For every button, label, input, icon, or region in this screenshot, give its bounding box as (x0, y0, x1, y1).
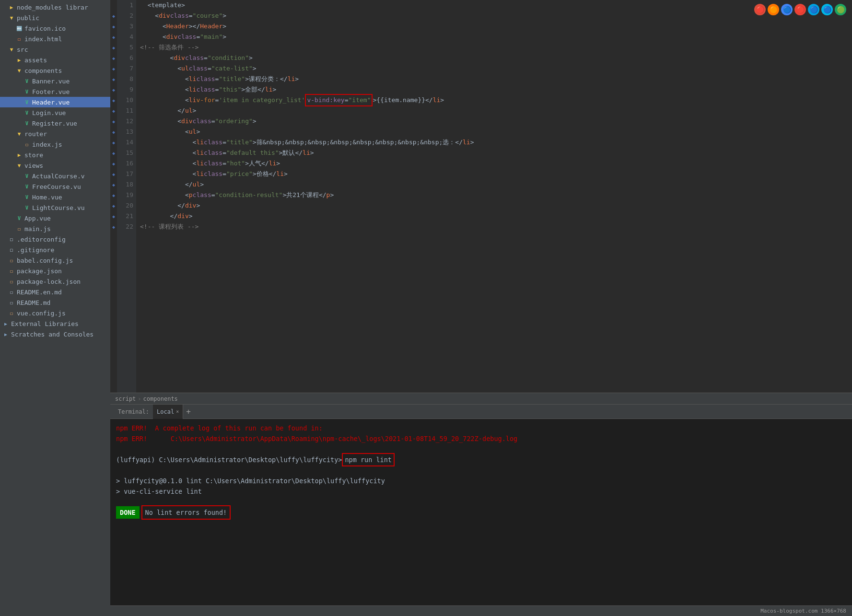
folder-open-icon: ▼ (8, 46, 15, 53)
sidebar-item-label: .editorconfig (17, 236, 66, 243)
code-editor: 🔴 🟠 🔵 🔴 🔵 🔵 🟢 ◆ ◆ ◆ ◆ ◆ ◆ ◆ ◆ ◆ ◆ ◆ (110, 0, 852, 404)
html-file-icon: ◻ (15, 35, 23, 43)
opera-icon[interactable]: 🔴 (794, 4, 806, 15)
vue-file-icon: V (23, 204, 31, 211)
terminal-line-3 (116, 444, 846, 454)
sidebar-item-scratches[interactable]: ▶ Scratches and Consoles (0, 329, 110, 339)
file-icon: 🔤 (15, 24, 23, 32)
safari-icon[interactable]: 🔵 (821, 4, 833, 15)
terminal-tab-local[interactable]: Local × (153, 405, 183, 419)
sidebar-item-label: Banner.vue (32, 78, 70, 85)
sidebar-item-gitignore[interactable]: ◻ .gitignore (0, 244, 110, 255)
code-line-5: <!-- 筛选条件 --> (140, 42, 852, 53)
gutter-marker-3: ◆ (110, 21, 117, 32)
sidebar-item-register-vue[interactable]: V Register.vue (0, 118, 110, 128)
sidebar-item-label: .gitignore (17, 246, 54, 254)
code-line-20: </div> (140, 200, 852, 211)
vue-file-icon: V (23, 109, 31, 116)
gutter-marker-2: ◆ (110, 11, 117, 21)
terminal-tabs: Terminal: Local × + (110, 405, 852, 419)
sidebar-item-label: assets (24, 57, 47, 64)
sidebar-item-readme-md[interactable]: ◻ README.md (0, 297, 110, 308)
terminal-add-tab[interactable]: + (183, 407, 194, 416)
sidebar-item-label: LightCourse.vu (32, 204, 85, 211)
sidebar-item-components[interactable]: ▼ components (0, 65, 110, 76)
code-line-18: </ul> (140, 179, 852, 190)
sidebar-item-router[interactable]: ▼ router (0, 128, 110, 139)
sidebar-item-banner-vue[interactable]: V Banner.vue (0, 76, 110, 86)
sidebar-item-label: Register.vue (32, 120, 77, 127)
sidebar-item-main-js[interactable]: ◻ main.js (0, 223, 110, 234)
chrome-icon[interactable]: 🔴 (754, 4, 766, 15)
sidebar-item-header-vue[interactable]: V Header.vue (0, 97, 110, 107)
sidebar-item-babel[interactable]: ◻ babel.config.js (0, 255, 110, 266)
terminal-line-done: DONE No lint errors found! (116, 507, 846, 518)
breadcrumb-item-script: script (115, 395, 136, 402)
terminal-line-5 (116, 465, 846, 476)
sidebar-item-vue-config[interactable]: ◻ vue.config.js (0, 308, 110, 318)
terminal-tab-local-label: Local (157, 408, 174, 415)
sidebar-item-src[interactable]: ▼ src (0, 44, 110, 55)
sidebar-item-label: External Libraries (11, 320, 79, 327)
terminal-tab-close[interactable]: × (176, 409, 179, 414)
sidebar-item-views[interactable]: ▼ views (0, 160, 110, 171)
sidebar-item-node-modules[interactable]: ▶ node_modules librar (0, 2, 110, 12)
gutter-marker-16: ◆ (110, 158, 117, 169)
code-line-4: <div class="main"> (140, 32, 852, 42)
term-error-text-2: npm ERR! C:\Users\Administrator\AppData\… (116, 433, 517, 444)
json-file-icon: ◻ (8, 278, 15, 285)
sidebar-item-label: public (17, 14, 39, 22)
edge-icon[interactable]: 🔵 (808, 4, 819, 15)
browser-icons-bar: 🔴 🟠 🔵 🔴 🔵 🔵 🟢 (754, 4, 846, 15)
sidebar-item-label: babel.config.js (17, 257, 73, 264)
terminal-prompt: (luffyapi) C:\Users\Administrator\Deskto… (116, 454, 342, 465)
sidebar-item-label: ActualCourse.v (32, 173, 85, 180)
folder-open-icon: ▶ (8, 3, 15, 11)
sidebar-item-favicon[interactable]: 🔤 favicon.ico (0, 23, 110, 34)
sidebar-item-login-vue[interactable]: V Login.vue (0, 107, 110, 118)
terminal-panel: Terminal: Local × + npm ERR! A complete … (110, 404, 852, 605)
sidebar-item-store[interactable]: ▶ store (0, 150, 110, 160)
folder-open-icon: ▼ (15, 162, 23, 169)
sidebar-item-readme-en[interactable]: ◻ README.en.md (0, 287, 110, 297)
gutter-marker-7: ◆ (110, 63, 117, 74)
code-line-8: <li class="title">课程分类：</li> (140, 74, 852, 84)
js-file-icon: ◻ (8, 256, 15, 264)
gutter-marker-12: ◆ (110, 116, 117, 127)
sidebar-item-free-course[interactable]: V FreeCourse.vu (0, 181, 110, 192)
code-line-12: <div class="ordering"> (140, 116, 852, 127)
terminal-done-badge: DONE (116, 506, 140, 519)
sidebar-item-label: package-lock.json (17, 278, 81, 285)
ie-icon[interactable]: 🔵 (781, 4, 793, 15)
code-area: ◆ ◆ ◆ ◆ ◆ ◆ ◆ ◆ ◆ ◆ ◆ ◆ ◆ ◆ ◆ ◆ ◆ ◆ ◆ ◆ (110, 0, 852, 393)
sidebar-item-actual-course[interactable]: V ActualCourse.v (0, 171, 110, 181)
code-line-6: <div class="condition"> (140, 53, 852, 63)
sidebar-item-label: README.md (17, 299, 50, 306)
gutter-marker-4: ◆ (110, 32, 117, 42)
sidebar-item-assets[interactable]: ▶ assets (0, 55, 110, 65)
sidebar-item-public[interactable]: ▼ public (0, 12, 110, 23)
scratch-icon: ▶ (2, 330, 10, 338)
sidebar-item-editorconfig[interactable]: ◻ .editorconfig (0, 234, 110, 244)
gutter-marker-8: ◆ (110, 74, 117, 84)
folder-icon: ▶ (15, 56, 23, 64)
sidebar-item-label: package.json (17, 267, 62, 275)
sidebar-item-external-libs[interactable]: ▶ External Libraries (0, 318, 110, 329)
code-line-16: <li class="hot">人气</li> (140, 158, 852, 169)
firefox-icon[interactable]: 🟠 (768, 4, 779, 15)
sidebar-item-app-vue[interactable]: V App.vue (0, 213, 110, 223)
sidebar-item-index-html[interactable]: ◻ index.html (0, 34, 110, 44)
sidebar-item-router-index[interactable]: ◻ index.js (0, 139, 110, 150)
sidebar-item-home-vue[interactable]: V Home.vue (0, 192, 110, 202)
sidebar-item-footer-vue[interactable]: V Footer.vue (0, 86, 110, 97)
brave-icon[interactable]: 🟢 (835, 4, 846, 15)
terminal-line-1: npm ERR! A complete log of this run can … (116, 423, 846, 433)
vue-file-icon: V (23, 77, 31, 85)
code-content[interactable]: <template> <div class="course"> <Header>… (136, 0, 852, 393)
gutter-marker-14: ◆ (110, 137, 117, 148)
sidebar-item-light-course[interactable]: V LightCourse.vu (0, 202, 110, 213)
sidebar-item-package-json[interactable]: ◻ package.json (0, 266, 110, 276)
json-file-icon: ◻ (8, 267, 15, 275)
sidebar-item-package-lock[interactable]: ◻ package-lock.json (0, 276, 110, 287)
gutter-marker-10: ◆ (110, 95, 117, 105)
